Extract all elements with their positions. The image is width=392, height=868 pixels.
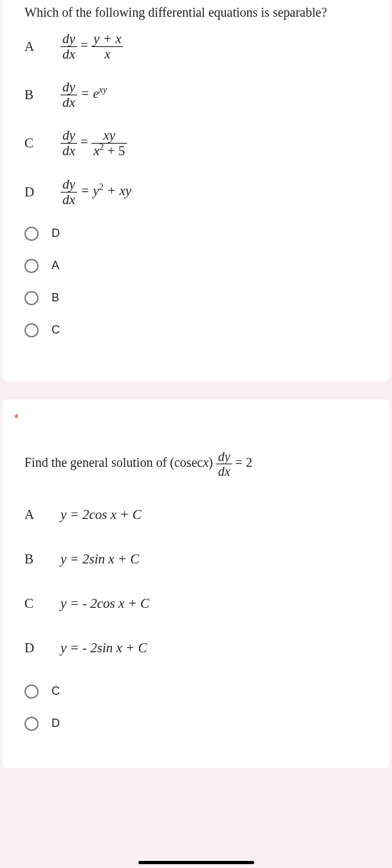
equation-row: C dydx = xy x2 + 5	[24, 128, 374, 158]
radio-icon[interactable]	[24, 291, 39, 305]
equation-label: C	[24, 135, 61, 151]
answer-option[interactable]: D	[24, 717, 374, 731]
answer-options: D A B C	[24, 227, 374, 337]
equation-math: y = 2sin x + C	[61, 551, 139, 567]
radio-icon[interactable]	[24, 684, 39, 699]
equation-math: y = - 2cos x + C	[61, 596, 149, 612]
equation-row: C y = - 2cos x + C	[24, 596, 374, 612]
equation-label: C	[24, 596, 61, 612]
equation-label: D	[24, 640, 61, 656]
answer-option-label: A	[51, 259, 59, 272]
answer-option[interactable]: D	[24, 227, 374, 241]
equation-math: dydx = y2 + xy	[61, 177, 131, 207]
home-indicator	[138, 861, 254, 864]
answer-option[interactable]: C	[24, 323, 374, 337]
equation-list: A dydx = y + xx B dydx = exy C dydx = xy…	[24, 32, 374, 207]
equation-math: dydx = y + xx	[61, 32, 123, 62]
answer-option-label: C	[51, 323, 60, 337]
equation-math: y = 2cos x + C	[61, 507, 142, 523]
radio-icon[interactable]	[24, 717, 39, 731]
radio-icon[interactable]	[24, 259, 39, 273]
equation-row: A dydx = y + xx	[24, 32, 374, 62]
equation-math: dydx = exy	[61, 80, 107, 110]
equation-label: B	[24, 87, 61, 103]
question-prompt: Find the general solution of (cosecx) dy…	[24, 449, 374, 478]
radio-icon[interactable]	[24, 227, 39, 241]
equation-row: B dydx = exy	[24, 80, 374, 110]
equation-label: B	[24, 551, 61, 567]
equation-math: dydx = xy x2 + 5	[61, 128, 127, 158]
radio-icon[interactable]	[24, 323, 39, 337]
equation-math: y = - 2sin x + C	[61, 640, 147, 656]
answer-option[interactable]: A	[24, 259, 374, 273]
question-prompt: Which of the following differential equa…	[24, 5, 374, 20]
answer-option-label: D	[51, 717, 60, 730]
equation-row: B y = 2sin x + C	[24, 551, 374, 567]
equation-list: A y = 2cos x + C B y = 2sin x + C C y = …	[24, 507, 374, 656]
equation-label: A	[24, 507, 61, 523]
equation-row: D y = - 2sin x + C	[24, 640, 374, 656]
equation-row: D dydx = y2 + xy	[24, 177, 374, 207]
answer-option[interactable]: B	[24, 291, 374, 305]
equation-label: A	[24, 39, 61, 55]
answer-option-label: D	[51, 227, 60, 240]
equation-label: D	[24, 184, 61, 200]
answer-option-label: B	[51, 291, 59, 305]
answer-options: C D	[24, 684, 374, 731]
equation-row: A y = 2cos x + C	[24, 507, 374, 523]
required-indicator: *	[14, 412, 19, 426]
answer-option-label: C	[51, 684, 60, 698]
question-card-2: * Find the general solution of (cosecx) …	[3, 399, 389, 768]
answer-option[interactable]: C	[24, 684, 374, 699]
question-card-1: Which of the following differential equa…	[3, 0, 389, 381]
